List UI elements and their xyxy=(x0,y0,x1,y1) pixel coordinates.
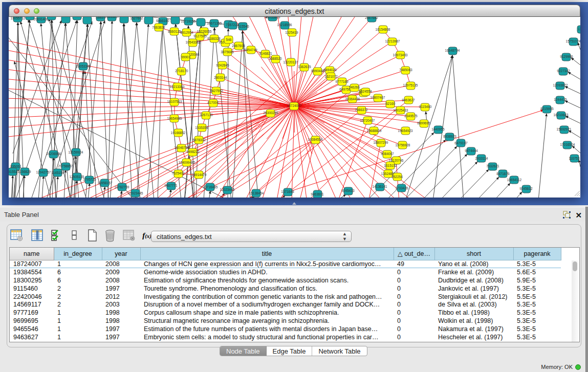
svg-text:15720407: 15720407 xyxy=(360,119,375,122)
svg-text:12093872: 12093872 xyxy=(553,83,568,87)
svg-text:124099485: 124099485 xyxy=(179,161,195,164)
svg-text:746266: 746266 xyxy=(349,85,360,89)
svg-text:8660125: 8660125 xyxy=(168,30,181,33)
svg-text:1535354: 1535354 xyxy=(195,126,208,129)
svg-text:1156829: 1156829 xyxy=(18,170,31,173)
svg-text:7357224: 7357224 xyxy=(226,23,239,27)
svg-text:10654112: 10654112 xyxy=(507,178,522,182)
svg-text:29758857: 29758857 xyxy=(58,164,73,168)
svg-text:252254: 252254 xyxy=(391,175,403,179)
svg-text:12213383: 12213383 xyxy=(170,85,185,89)
svg-text:7663822: 7663822 xyxy=(152,26,165,29)
svg-text:116753: 116753 xyxy=(569,157,580,160)
svg-text:1733426: 1733426 xyxy=(395,186,408,190)
svg-text:417004: 417004 xyxy=(207,101,219,104)
svg-text:9242845: 9242845 xyxy=(216,63,229,67)
svg-text:10671355: 10671355 xyxy=(207,21,222,25)
svg-text:28053346: 28053346 xyxy=(76,64,91,68)
svg-text:12923445: 12923445 xyxy=(128,191,143,195)
svg-text:9463601: 9463601 xyxy=(311,192,324,196)
svg-text:19218596: 19218596 xyxy=(277,23,292,27)
svg-text:1527602: 1527602 xyxy=(130,17,143,20)
svg-text:20364436: 20364436 xyxy=(345,97,360,101)
svg-text:12159924: 12159924 xyxy=(69,150,83,154)
svg-text:8215955: 8215955 xyxy=(540,107,554,111)
svg-text:12023445: 12023445 xyxy=(220,188,235,191)
svg-text:9146821: 9146821 xyxy=(259,52,272,55)
svg-text:1362615: 1362615 xyxy=(298,65,311,69)
svg-text:2349575: 2349575 xyxy=(404,114,418,118)
svg-text:1117: 1117 xyxy=(578,27,580,31)
svg-text:7625402: 7625402 xyxy=(171,171,185,175)
svg-text:2803144: 2803144 xyxy=(214,76,227,79)
svg-text:2867608: 2867608 xyxy=(232,44,245,48)
svg-text:9227342: 9227342 xyxy=(557,69,570,73)
svg-text:1244415: 1244415 xyxy=(554,98,567,101)
svg-text:10543382: 10543382 xyxy=(186,40,201,44)
svg-text:12213987: 12213987 xyxy=(385,39,400,43)
svg-text:5878332: 5878332 xyxy=(192,138,206,142)
svg-text:15751074: 15751074 xyxy=(566,39,580,43)
svg-text:18807299: 18807299 xyxy=(374,141,388,144)
svg-text:12942757: 12942757 xyxy=(36,170,51,174)
svg-text:8990448: 8990448 xyxy=(311,69,324,73)
svg-text:19166852: 19166852 xyxy=(171,131,186,135)
svg-text:1440955: 1440955 xyxy=(431,127,445,131)
svg-text:10025433: 10025433 xyxy=(394,108,408,112)
svg-text:8471676: 8471676 xyxy=(496,172,510,176)
svg-text:13220137: 13220137 xyxy=(284,60,298,64)
svg-text:1615152: 1615152 xyxy=(384,164,397,167)
svg-text:6466160: 6466160 xyxy=(156,19,169,23)
svg-text:1621072: 1621072 xyxy=(324,75,338,78)
svg-text:8186328: 8186328 xyxy=(207,37,221,40)
svg-text:15138454: 15138454 xyxy=(249,191,264,195)
svg-text:1371648: 1371648 xyxy=(281,190,294,193)
svg-text:9115460: 9115460 xyxy=(419,105,432,108)
svg-text:3624554: 3624554 xyxy=(359,90,372,93)
svg-text:13716485: 13716485 xyxy=(203,185,218,189)
svg-text:2887682: 2887682 xyxy=(365,17,378,19)
svg-text:546: 546 xyxy=(226,38,232,41)
svg-text:3875685: 3875685 xyxy=(221,50,234,54)
svg-text:9127505: 9127505 xyxy=(193,34,207,38)
svg-text:18724007: 18724007 xyxy=(287,104,302,107)
svg-text:1588520: 1588520 xyxy=(269,57,282,60)
svg-text:1145154: 1145154 xyxy=(52,171,64,174)
svg-text:9245433: 9245433 xyxy=(341,189,355,192)
svg-text:9777169: 9777169 xyxy=(335,80,349,83)
svg-text:10782759: 10782759 xyxy=(115,185,129,189)
svg-text:10719155: 10719155 xyxy=(181,19,196,23)
svg-text:8912954: 8912954 xyxy=(180,31,193,34)
svg-text:16648794: 16648794 xyxy=(445,49,460,52)
svg-text:9463627: 9463627 xyxy=(402,98,415,102)
svg-text:6479197: 6479197 xyxy=(454,141,468,145)
svg-text:8938923: 8938923 xyxy=(443,135,456,138)
svg-text:19654985: 19654985 xyxy=(167,117,182,120)
svg-text:10973493: 10973493 xyxy=(393,53,408,57)
svg-text:9129966: 9129966 xyxy=(560,55,573,58)
svg-text:9427552: 9427552 xyxy=(210,89,223,93)
svg-text:99901: 99901 xyxy=(181,55,190,59)
svg-text:19654923: 19654923 xyxy=(398,129,413,133)
svg-text:17016504: 17016504 xyxy=(560,143,575,146)
svg-text:9084067: 9084067 xyxy=(381,152,394,156)
svg-text:28300295: 28300295 xyxy=(264,111,278,115)
svg-text:7986372: 7986372 xyxy=(355,108,368,112)
svg-text:16033809: 16033809 xyxy=(266,17,280,19)
svg-text:3267130: 3267130 xyxy=(200,113,213,117)
svg-text:8454749: 8454749 xyxy=(244,48,257,52)
svg-text:20691406: 20691406 xyxy=(34,17,49,21)
svg-text:19384554: 19384554 xyxy=(308,138,323,141)
svg-text:7632621: 7632621 xyxy=(486,164,499,168)
svg-text:12505135: 12505135 xyxy=(70,175,84,179)
svg-text:10688609: 10688609 xyxy=(367,129,382,133)
svg-text:9474444: 9474444 xyxy=(465,149,478,152)
svg-text:6899695: 6899695 xyxy=(417,121,430,125)
svg-text:10958157: 10958157 xyxy=(98,181,113,185)
svg-text:2933114: 2933114 xyxy=(475,157,488,160)
svg-text:14136141: 14136141 xyxy=(373,185,387,188)
svg-text:9245612: 9245612 xyxy=(519,187,533,190)
svg-text:2718170: 2718170 xyxy=(175,69,188,73)
svg-text:9487771: 9487771 xyxy=(164,184,178,187)
svg-text:16914479: 16914479 xyxy=(192,173,207,177)
